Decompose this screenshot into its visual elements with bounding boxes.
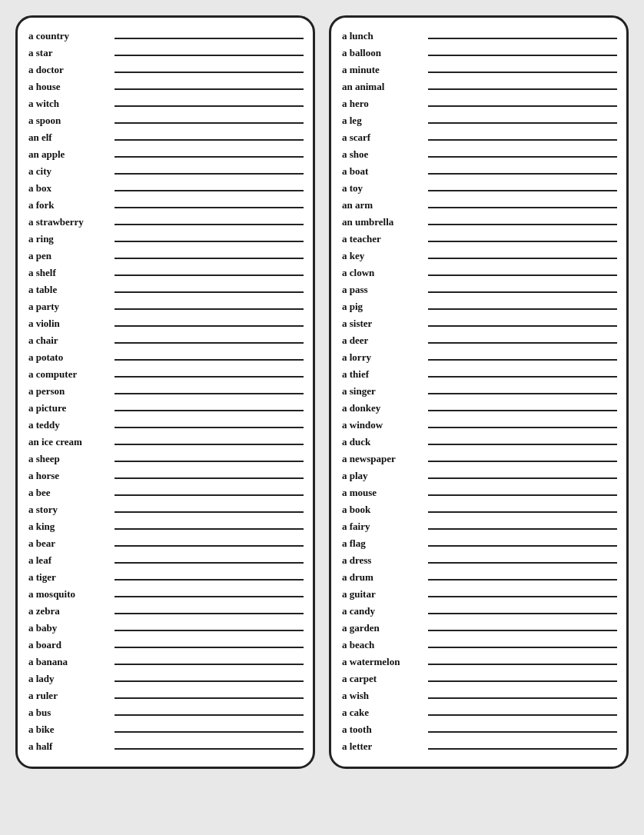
list-item: a fork	[28, 198, 304, 215]
page: a countrya stara doctora housea witcha s…	[15, 15, 629, 769]
item-label: a ring	[28, 233, 113, 245]
answer-line	[428, 122, 617, 124]
list-item: a candy	[342, 604, 617, 620]
list-item: a bee	[28, 485, 304, 502]
item-label: a mouse	[342, 487, 427, 499]
item-label: an umbrella	[342, 216, 427, 228]
item-label: a toy	[342, 182, 427, 195]
answer-line	[115, 680, 304, 682]
answer-line	[115, 562, 304, 564]
item-label: a bike	[28, 724, 113, 736]
answer-line	[115, 376, 304, 378]
answer-line	[428, 427, 617, 428]
list-item: a table	[28, 282, 304, 299]
item-label: a strawberry	[28, 216, 113, 228]
answer-line	[115, 697, 304, 699]
answer-line	[115, 105, 304, 107]
item-label: a leg	[342, 115, 427, 127]
answer-line	[428, 55, 617, 56]
answer-line	[115, 241, 304, 242]
answer-line	[115, 291, 304, 293]
list-item: a teacher	[342, 231, 617, 248]
list-item: an arm	[342, 198, 617, 215]
answer-line	[115, 258, 304, 259]
answer-line	[115, 308, 304, 310]
answer-line	[428, 376, 617, 378]
answer-line	[115, 207, 304, 208]
list-item: a baby	[28, 620, 304, 637]
answer-line	[428, 224, 617, 225]
list-item: a letter	[342, 739, 617, 756]
item-label: a fairy	[342, 521, 427, 533]
answer-line	[428, 38, 617, 39]
list-item: a fairy	[342, 519, 617, 536]
item-label: a window	[342, 419, 427, 431]
list-item: a bike	[28, 722, 304, 739]
list-item: a bus	[28, 705, 304, 722]
item-label: a guitar	[342, 588, 427, 600]
answer-line	[115, 427, 304, 428]
item-label: a teacher	[342, 233, 427, 245]
answer-line	[115, 55, 304, 56]
answer-line	[115, 72, 304, 73]
answer-line	[428, 511, 617, 513]
item-label: a star	[28, 47, 113, 59]
answer-line	[115, 393, 304, 394]
answer-line	[115, 122, 304, 124]
item-label: a half	[28, 740, 113, 753]
item-label: a violin	[28, 318, 113, 330]
answer-line	[428, 596, 617, 597]
item-label: a fork	[28, 199, 113, 211]
list-item: a thief	[342, 367, 617, 384]
item-label: a book	[342, 504, 427, 516]
item-label: a candy	[342, 605, 427, 617]
answer-line	[115, 511, 304, 513]
list-item: a toy	[342, 181, 617, 198]
item-label: a mosquito	[28, 588, 113, 600]
list-item: a window	[342, 418, 617, 434]
item-label: a potato	[28, 351, 113, 364]
item-label: a sheep	[28, 453, 113, 465]
answer-line	[115, 731, 304, 733]
right-column: a luncha balloona minutean animala heroa…	[329, 15, 629, 769]
item-label: a bus	[28, 707, 113, 719]
list-item: a duck	[342, 434, 617, 451]
answer-line	[428, 613, 617, 614]
item-label: a singer	[342, 385, 427, 398]
list-item: a teddy	[28, 418, 304, 434]
item-label: an animal	[342, 81, 427, 93]
item-label: a bear	[28, 537, 113, 550]
answer-line	[428, 680, 617, 682]
list-item: a picture	[28, 401, 304, 418]
list-item: a pass	[342, 282, 617, 299]
item-label: a computer	[28, 368, 113, 381]
item-label: a teddy	[28, 419, 113, 431]
answer-line	[428, 274, 617, 276]
answer-line	[115, 596, 304, 597]
answer-line	[428, 139, 617, 141]
list-item: a minute	[342, 62, 617, 79]
list-item: a beach	[342, 637, 617, 654]
list-item: a flag	[342, 536, 617, 553]
answer-line	[115, 190, 304, 191]
item-label: a sister	[342, 318, 427, 330]
list-item: an apple	[28, 147, 304, 164]
item-label: an elf	[28, 131, 113, 144]
item-label: a person	[28, 385, 113, 398]
answer-line	[428, 156, 617, 158]
item-label: a drum	[342, 571, 427, 584]
item-label: a tiger	[28, 571, 113, 584]
item-label: a party	[28, 301, 113, 313]
item-label: a pig	[342, 301, 427, 313]
list-item: a half	[28, 739, 304, 756]
item-label: a wish	[342, 690, 427, 702]
answer-line	[115, 88, 304, 90]
item-label: a newspaper	[342, 453, 427, 465]
answer-line	[115, 528, 304, 530]
list-item: a garden	[342, 620, 617, 637]
item-label: a country	[28, 30, 113, 42]
list-item: a zebra	[28, 604, 304, 620]
item-label: a chair	[28, 334, 113, 347]
list-item: a computer	[28, 367, 304, 384]
item-label: a play	[342, 470, 427, 482]
